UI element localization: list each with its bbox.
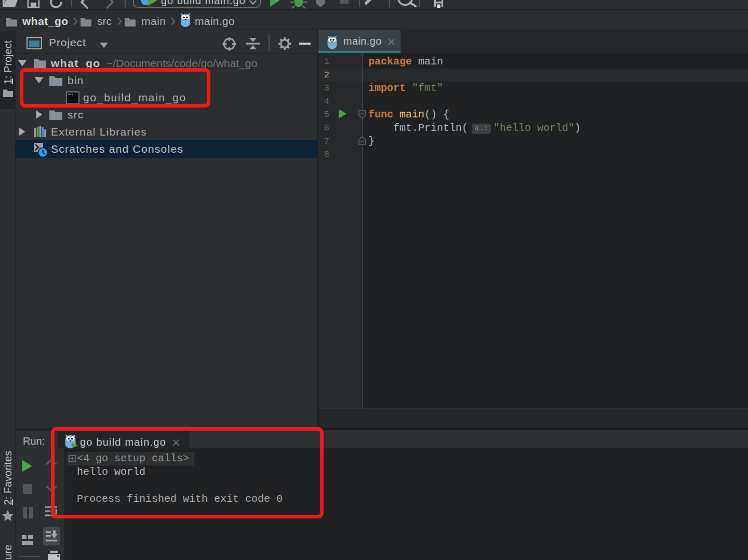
svg-text:go build main.go: go build main.go [161,0,246,6]
